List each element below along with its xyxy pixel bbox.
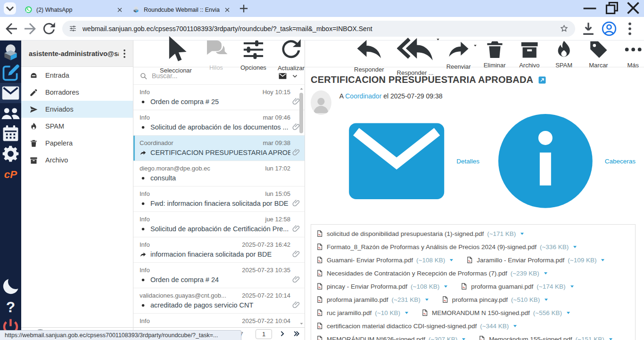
attachment-name[interactable]: ruc jaramillo.pdf (327, 309, 372, 316)
window-minimize-button[interactable] (579, 0, 601, 16)
attachment-menu-caret-icon[interactable] (608, 336, 614, 340)
attachment-item-Necesidades de Contratación y Recepción de Proformas (7).pdf[interactable]: Necesidades de Contratación y Recepción … (316, 267, 549, 280)
message-toolbar-button-archivo[interactable]: Archivo (519, 39, 540, 69)
attachment-item-Memorándum 155-signed.pdf[interactable]: Memorándum 155-signed.pdf (~151 KB) (478, 332, 614, 340)
rail-item-compose[interactable] (0, 63, 21, 83)
rail-item-calendar[interactable] (0, 123, 21, 144)
rail-item-logo[interactable] (0, 42, 21, 63)
rail-item-mail[interactable] (0, 83, 21, 103)
attachment-name[interactable]: certificacion material didactico CDI-sig… (327, 323, 477, 330)
attachment-item-certificacion material didactico CDI-signed-signed.pdf[interactable]: certificacion material didactico CDI-sig… (316, 319, 518, 332)
attachment-item-ruc jaramillo.pdf[interactable]: ruc jaramillo.pdf (~10 KB) (316, 306, 410, 319)
last-page-button[interactable] (293, 329, 300, 339)
attachment-name[interactable]: Guamani- Enviar Proforma.pdf (327, 257, 413, 264)
bookmark-star-icon[interactable] (560, 24, 569, 33)
message-toolbar-button-eliminar[interactable]: Eliminar (484, 39, 506, 69)
attachment-name[interactable]: proforma pincay.pdf (452, 296, 508, 303)
message-list-item[interactable]: Info mar 09:46 Solicitud de aprobación d… (133, 110, 305, 136)
recipient-link[interactable]: Coordinador (345, 92, 381, 100)
rail-item-cpanel[interactable]: cP (0, 164, 21, 184)
reload-button[interactable] (41, 20, 58, 37)
site-info-icon[interactable] (69, 24, 77, 32)
message-list-item[interactable]: Info 2025-07-22 10:04 (133, 314, 305, 327)
attachment-menu-caret-icon[interactable] (404, 310, 410, 316)
search-options-chevron-icon[interactable] (291, 73, 298, 80)
message-list-item[interactable]: validaciones.guayas@cnt.gob... 2025-07-2… (133, 288, 305, 314)
attachment-item-proforma jaramillo.pdf[interactable]: proforma jaramillo.pdf (~231 KB) (316, 293, 430, 306)
folder-entrada[interactable]: Entrada (21, 67, 133, 84)
details-link[interactable]: Detalles (339, 104, 479, 218)
tab-close-icon[interactable] (116, 6, 124, 14)
attachment-name[interactable]: Jaramillo - Enviar Proforma.pdf (477, 257, 564, 264)
message-toolbar-button-reenviar[interactable]: Reenviar (446, 37, 471, 70)
scroll-down-icon[interactable] (299, 321, 304, 326)
dropdown-caret-icon[interactable] (436, 37, 440, 42)
attachment-menu-caret-icon[interactable] (512, 323, 518, 329)
attachment-name[interactable]: pincay - Enviar Proforma.pdf (327, 283, 407, 290)
page-number-input[interactable]: 1 (256, 329, 272, 339)
message-list-item[interactable]: Info Hoy 10:15 Orden de compra # 25 (133, 85, 305, 110)
attachment-menu-caret-icon[interactable] (600, 257, 606, 263)
profile-button[interactable] (601, 20, 618, 37)
folder-archivo[interactable]: Archivo (21, 152, 133, 169)
scrollbar-thumb[interactable] (299, 93, 303, 133)
attachment-menu-caret-icon[interactable] (519, 231, 525, 237)
list-toolbar-button-hilos[interactable]: Hilos (203, 37, 229, 71)
message-list-item[interactable]: Info lun 15:05 Fwd: informacion finacier… (133, 186, 305, 212)
url-text[interactable]: webmail.sanjuan.gob.ec/cpsess7001108393/… (83, 25, 554, 32)
attachment-item-MEMORÁNDUM Nº626-signed.pdf[interactable]: MEMORÁNDUM Nº626-signed.pdf (~307 KB) (316, 332, 467, 340)
next-page-button[interactable] (279, 329, 286, 339)
message-list-item[interactable]: Info 2025-07-23 10:35 Orden de compra # … (133, 263, 305, 288)
rail-item-contacts[interactable] (0, 103, 21, 123)
attachment-menu-caret-icon[interactable] (565, 310, 571, 316)
dropdown-caret-icon[interactable] (473, 43, 478, 48)
attachment-item-Jaramillo - Enviar Proforma.pdf[interactable]: Jaramillo - Enviar Proforma.pdf (~109 KB… (466, 253, 606, 267)
attachment-name[interactable]: proforma jaramillo.pdf (327, 296, 388, 303)
message-toolbar-button-spam[interactable]: SPAM (553, 39, 575, 69)
attachment-menu-caret-icon[interactable] (448, 257, 454, 263)
attachment-menu-caret-icon[interactable] (461, 336, 467, 340)
open-in-new-window-icon[interactable] (538, 76, 546, 84)
list-toolbar-button-actualizar[interactable]: Actualizar (278, 36, 305, 71)
list-toolbar-button-opciones[interactable]: Opciones (240, 37, 266, 71)
attachment-item-Formato_8_Razón de Proformas y Análisis de Precios 2024 (9)-signed.pdf[interactable]: Formato_8_Razón de Proformas y Análisis … (316, 240, 578, 253)
attachment-menu-caret-icon[interactable] (543, 297, 549, 303)
message-toolbar-button-responder-todos[interactable]: Responder ... (397, 31, 434, 76)
message-toolbar-button-marcar[interactable]: Marcar (587, 39, 609, 69)
attachment-menu-caret-icon[interactable] (424, 297, 430, 303)
tab-close-icon[interactable] (223, 6, 231, 14)
folder-papelera[interactable]: Papelera (21, 135, 133, 152)
message-list-item[interactable]: diego.moran@dpe.gob.ec lun 17:02 consult… (133, 161, 305, 186)
window-restore-button[interactable] (601, 0, 622, 16)
attachment-item-proforma guamani.pdf[interactable]: proforma guamani.pdf (~174 KB) (460, 280, 575, 293)
attachment-item-solicitud de disponibilidad presupuestaria (1)-signed.pdf[interactable]: solicitud de disponibilidad presupuestar… (316, 227, 525, 240)
attachment-name[interactable]: Necesidades de Contratación y Recepción … (327, 270, 507, 277)
folder-spam[interactable]: SPAM (21, 118, 133, 135)
folder-actions-button[interactable] (119, 48, 130, 59)
forward-button[interactable] (22, 20, 39, 37)
attachment-item-Guamani- Enviar Proforma.pdf[interactable]: Guamani- Enviar Proforma.pdf (~108 KB) (316, 253, 454, 267)
search-scope-mail-icon[interactable] (278, 72, 287, 81)
headers-link[interactable]: Cabeceras (489, 104, 636, 218)
message-list-item[interactable]: Coordinador mar 09:38 CERTIFICACION PRES… (133, 136, 305, 161)
attachment-item-proforma pincay.pdf[interactable]: proforma pincay.pdf (~510 KB) (441, 293, 549, 306)
attachment-menu-caret-icon[interactable] (572, 244, 578, 250)
message-toolbar-button-responder[interactable]: Responder (354, 34, 384, 73)
message-list-item[interactable]: Info jue 12:58 Solicitud de aprobación d… (133, 212, 305, 237)
attachment-item-MEMORANDUM N 150-signed.pdf[interactable]: MEMORANDUM N 150-signed.pdf (~556 KB) (421, 306, 571, 319)
downloads-button[interactable] (580, 20, 597, 37)
browser-menu-button[interactable] (621, 20, 638, 37)
new-tab-button[interactable] (238, 2, 250, 15)
tab-search-button[interactable] (4, 2, 16, 15)
window-close-button[interactable] (622, 0, 644, 16)
scroll-up-icon[interactable] (299, 86, 304, 91)
attachment-name[interactable]: MEMORÁNDUM Nº626-signed.pdf (327, 336, 425, 340)
attachment-name[interactable]: Memorándum 155-signed.pdf (489, 336, 572, 340)
attachment-name[interactable]: MEMORANDUM N 150-signed.pdf (432, 309, 530, 316)
rail-item-settings[interactable] (0, 144, 21, 164)
attachment-name[interactable]: proforma guamani.pdf (471, 283, 533, 290)
rail-item-dark-mode[interactable] (0, 276, 21, 297)
attachment-menu-caret-icon[interactable] (569, 283, 575, 290)
list-toolbar-button-seleccionar[interactable]: Seleccionar (160, 33, 192, 74)
attachment-menu-caret-icon[interactable] (443, 283, 449, 290)
